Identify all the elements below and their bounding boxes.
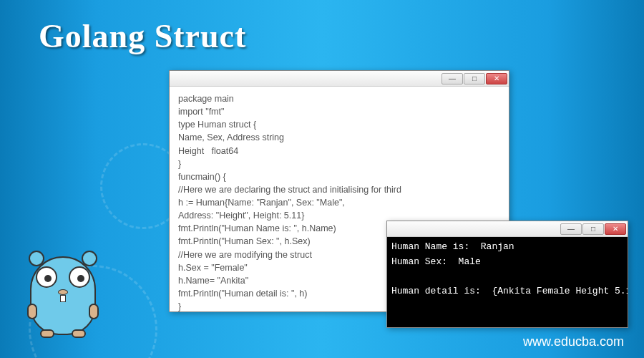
window-titlebar: — □ ✕ (170, 71, 509, 87)
maximize-button[interactable]: □ (464, 73, 485, 84)
close-button[interactable]: ✕ (605, 223, 626, 235)
window-titlebar: — □ ✕ (387, 221, 628, 237)
gopher-tooth-icon (60, 295, 66, 302)
gopher-eye-icon (36, 266, 57, 288)
golang-gopher-mascot (20, 235, 106, 342)
website-url: www.educba.com (523, 334, 624, 349)
gopher-eye-icon (69, 266, 90, 288)
gopher-nose-icon (58, 289, 68, 295)
close-button[interactable]: ✕ (486, 73, 507, 84)
gopher-foot-icon (72, 329, 86, 338)
page-title: Golang Struct (39, 17, 246, 55)
maximize-button[interactable]: □ (582, 223, 604, 235)
minimize-button[interactable]: — (560, 223, 582, 235)
gopher-foot-icon (40, 329, 54, 338)
gopher-arm-icon (27, 304, 37, 319)
minimize-button[interactable]: — (441, 73, 463, 84)
console-output: Human Name is: Ranjan Human Sex: Male Hu… (387, 237, 628, 302)
console-output-window: — □ ✕ Human Name is: Ranjan Human Sex: M… (386, 221, 628, 328)
gopher-arm-icon (89, 304, 99, 319)
